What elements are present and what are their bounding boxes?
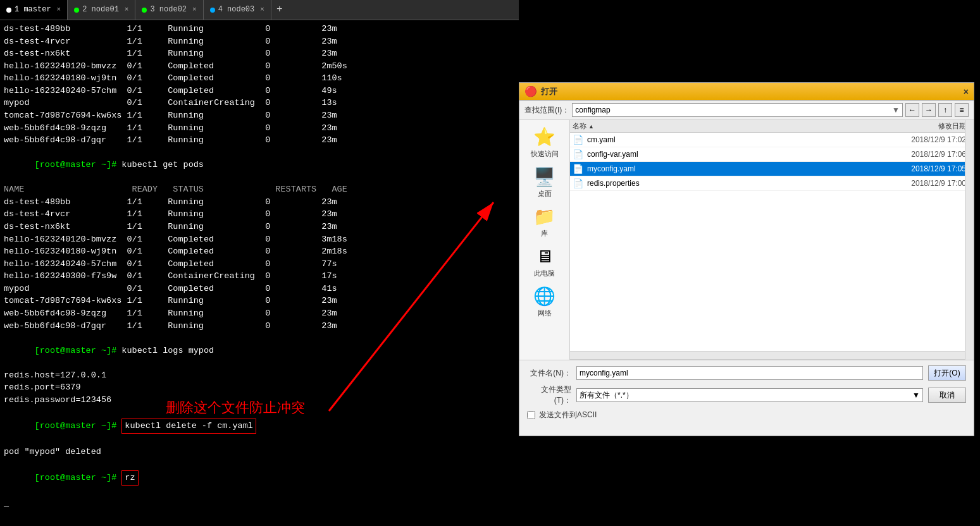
nav-desktop[interactable]: 🖥️ 桌面	[523, 166, 567, 199]
tab-node03[interactable]: 4 node03 ×	[204, 0, 271, 20]
toolbar-up-button[interactable]: ↑	[938, 103, 952, 117]
file-row-myconfig[interactable]: 📄 myconfig.yaml 2018/12/9 17:05	[570, 162, 974, 176]
desktop-icon: 🖥️	[533, 166, 555, 187]
term-line: mypod 0/1 Completed 0 41s	[4, 283, 515, 295]
tab-node01[interactable]: 2 node01 ×	[68, 0, 135, 20]
term-line: web-5bb6fd4c98-9zqzg 1/1 Running 0 23m	[4, 122, 515, 135]
tab-close-node03[interactable]: ×	[260, 5, 264, 15]
checkbox-row: 发送文件到ASCII	[527, 410, 966, 420]
nav-network[interactable]: 🌐 网络	[523, 286, 567, 318]
term-prompt2: [root@master ~]# kubectl logs mypod	[4, 332, 515, 369]
dialog-bottom: 文件名(N)： 打开(O) 文件类型(T)： 所有文件（*.*） ▼ 取消 发送…	[519, 360, 974, 436]
location-dropdown-icon: ▼	[892, 106, 900, 114]
filename-input[interactable]	[576, 366, 923, 380]
horizontal-scrollbar[interactable]	[570, 351, 965, 360]
terminal[interactable]: 1 master × 2 node01 × 3 node02 × 4 node0…	[0, 0, 519, 526]
view-icon: ≡	[959, 106, 964, 114]
dialog-close-button[interactable]: ×	[964, 87, 969, 97]
term-line: hello-1623240120-bmvzz 0/1 Completed 0 3…	[4, 233, 515, 246]
term-line: tomcat-7d987c7694-kw6xs 1/1 Running 0 23…	[4, 295, 515, 307]
rz-command-box: rz	[121, 470, 138, 486]
dialog-title: 🔴 打开	[524, 85, 557, 97]
file-date-configvar: 2018/12/9 17:06	[883, 150, 971, 159]
file-icon-redis: 📄	[573, 178, 583, 188]
file-date-redis: 2018/12/9 17:00	[883, 179, 971, 188]
tab-label-node01: 2 node01	[82, 4, 119, 15]
dialog-body: ⭐ 快速访问 🖥️ 桌面 📁 库 🖥 此电脑 🌐 网络	[519, 120, 974, 378]
delete-command-box: kubectl delete -f cm.yaml	[121, 419, 256, 434]
filename-label: 文件名(N)：	[527, 368, 571, 379]
toolbar-back-button[interactable]: ←	[905, 103, 919, 117]
toolbar-forward-button[interactable]: →	[922, 103, 936, 117]
tab-close-node02[interactable]: ×	[192, 5, 197, 15]
dialog-nav: ⭐ 快速访问 🖥️ 桌面 📁 库 🖥 此电脑 🌐 网络	[519, 120, 570, 378]
col-date-header[interactable]: 修改日期	[883, 121, 971, 131]
tab-label-node02: 3 node02	[150, 4, 187, 15]
nav-computer[interactable]: 🖥 此电脑	[523, 246, 567, 278]
term-line: hello-1623240120-bmvzz 0/1 Completed 0 2…	[4, 60, 515, 73]
term-line: ds-test-4rvcr 1/1 Running 0 23m	[4, 208, 515, 221]
nav-quick-access[interactable]: ⭐ 快速访问	[523, 126, 567, 159]
term-line: ds-test-489bb 1/1 Running 0 23m	[4, 196, 515, 209]
tab-dot-node02	[142, 8, 147, 13]
library-icon: 📁	[533, 206, 555, 227]
filetype-combo[interactable]: 所有文件（*.*） ▼	[576, 388, 923, 402]
vertical-scrollbar[interactable]	[965, 120, 974, 378]
tab-dot-node03	[210, 8, 215, 13]
term-line: hello-1623240180-wj9tn 0/1 Completed 0 2…	[4, 245, 515, 258]
file-row-configvar[interactable]: 📄 config-var.yaml 2018/12/9 17:06	[570, 147, 974, 162]
back-icon: ←	[909, 106, 916, 114]
file-name-myconfig: myconfig.yaml	[587, 164, 883, 173]
nav-library[interactable]: 📁 库	[523, 206, 567, 238]
term-line: hello-1623240240-57chm 0/1 Completed 0 7…	[4, 258, 515, 271]
desktop-label: 桌面	[538, 189, 552, 199]
location-value: configmap	[575, 106, 892, 114]
term-log-2: redis.port=6379	[4, 381, 515, 394]
term-header: NAME READY STATUS RESTARTS AGE	[4, 183, 515, 196]
library-label: 库	[541, 229, 548, 238]
term-log-3: redis.password=123456	[4, 394, 515, 407]
dialog-title-text: 打开	[541, 86, 557, 97]
tab-close-node01[interactable]: ×	[125, 5, 129, 15]
toolbar-view-button[interactable]: ≡	[955, 103, 969, 117]
sort-icon: ▲	[588, 123, 594, 130]
tab-dot-master	[6, 8, 11, 13]
file-row-redis[interactable]: 📄 redis.properties 2018/12/9 17:00	[570, 176, 974, 191]
location-combo[interactable]: configmap ▼	[572, 103, 903, 117]
open-button[interactable]: 打开(O)	[928, 365, 966, 381]
computer-label: 此电脑	[534, 269, 555, 278]
filetype-value: 所有文件（*.*）	[580, 390, 633, 401]
tab-close-master[interactable]: ×	[57, 5, 61, 15]
term-deleted: pod "mypod" deleted	[4, 446, 515, 458]
dialog-title-icon: 🔴	[524, 85, 537, 97]
ascii-checkbox[interactable]	[527, 411, 535, 419]
terminal-content: ds-test-489bb 1/1 Running 0 23m ds-test-…	[0, 20, 519, 513]
term-line: ds-test-nx6kt 1/1 Running 0 23m	[4, 47, 515, 60]
term-line: ds-test-489bb 1/1 Running 0 23m	[4, 23, 515, 35]
tab-dot-node01	[74, 8, 79, 13]
col-name-header[interactable]: 名称 ▲	[573, 121, 883, 131]
dialog-titlebar: 🔴 打开 ×	[519, 83, 974, 101]
term-line: hello-1623240300-f7s9w 0/1 ContainerCrea…	[4, 270, 515, 283]
tab-add-button[interactable]: +	[271, 0, 288, 20]
term-line: web-5bb6fd4c98-9zqzg 1/1 Running 0 23m	[4, 307, 515, 320]
up-icon: ↑	[943, 106, 947, 114]
tab-master[interactable]: 1 master ×	[0, 0, 68, 20]
quick-access-label: 快速访问	[531, 149, 559, 159]
tab-label-master: 1 master	[15, 4, 51, 15]
file-icon-cm: 📄	[573, 135, 583, 145]
filetype-label: 文件类型(T)：	[527, 384, 571, 406]
quick-access-icon: ⭐	[533, 126, 555, 147]
term-line: mypod 0/1 ContainerCreating 0 13s	[4, 97, 515, 109]
computer-icon: 🖥	[536, 246, 554, 267]
file-icon-myconfig: 📄	[573, 164, 583, 174]
network-label: 网络	[538, 309, 552, 318]
term-cursor: _	[4, 498, 515, 510]
tab-node02[interactable]: 3 node02 ×	[135, 0, 203, 20]
file-row-cm[interactable]: 📄 cm.yaml 2018/12/9 17:02	[570, 133, 974, 147]
filetype-dropdown-icon: ▼	[912, 391, 920, 400]
term-line: hello-1623240240-57chm 0/1 Completed 0 4…	[4, 85, 515, 97]
cancel-button[interactable]: 取消	[928, 388, 966, 403]
file-list: 名称 ▲ 修改日期 📄 cm.yaml 2018/12/9 17:02 📄 co…	[570, 120, 974, 378]
dialog-toolbar: 查找范围(I)： configmap ▼ ← → ↑ ≡	[519, 101, 974, 120]
